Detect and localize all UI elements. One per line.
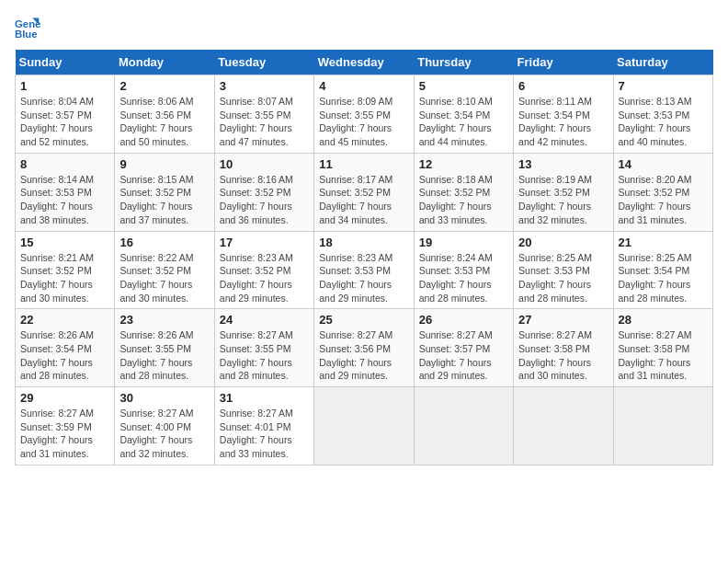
day-info: Sunrise: 8:21 AMSunset: 3:52 PMDaylight:…	[20, 251, 109, 305]
day-info: Sunrise: 8:26 AMSunset: 3:55 PMDaylight:…	[119, 328, 209, 383]
day-info: Sunrise: 8:25 AMSunset: 3:53 PMDaylight:…	[518, 251, 608, 305]
day-number: 24	[220, 313, 309, 327]
day-number: 2	[119, 79, 209, 93]
day-number: 25	[319, 313, 408, 327]
logo: General Blue	[15, 15, 44, 40]
day-info: Sunrise: 8:18 AMSunset: 3:52 PMDaylight:…	[419, 173, 508, 227]
day-info: Sunrise: 8:20 AMSunset: 3:52 PMDaylight:…	[619, 173, 708, 227]
day-info: Sunrise: 8:25 AMSunset: 3:54 PMDaylight:…	[619, 251, 708, 305]
day-number: 26	[419, 313, 508, 327]
day-number: 17	[220, 236, 309, 249]
day-number: 3	[220, 79, 309, 93]
day-info: Sunrise: 8:27 AMSunset: 3:58 PMDaylight:…	[518, 328, 608, 383]
calendar-table: SundayMondayTuesdayWednesdayThursdayFrid…	[15, 50, 713, 465]
day-info: Sunrise: 8:27 AMSunset: 3:57 PMDaylight:…	[419, 328, 508, 383]
day-info: Sunrise: 8:09 AMSunset: 3:55 PMDaylight:…	[319, 95, 408, 149]
calendar-cell: 3Sunrise: 8:07 AMSunset: 3:55 PMDaylight…	[214, 75, 313, 154]
col-header-thursday: Thursday	[414, 50, 513, 75]
svg-text:Blue: Blue	[15, 29, 38, 40]
col-header-tuesday: Tuesday	[214, 50, 313, 75]
day-info: Sunrise: 8:17 AMSunset: 3:52 PMDaylight:…	[319, 173, 408, 227]
day-info: Sunrise: 8:10 AMSunset: 3:54 PMDaylight:…	[419, 95, 508, 149]
calendar-cell	[514, 387, 613, 465]
calendar-cell: 15Sunrise: 8:21 AMSunset: 3:52 PMDayligh…	[16, 231, 115, 309]
calendar-cell: 27Sunrise: 8:27 AMSunset: 3:58 PMDayligh…	[514, 309, 613, 387]
day-number: 31	[220, 391, 309, 405]
day-info: Sunrise: 8:07 AMSunset: 3:55 PMDaylight:…	[220, 95, 309, 149]
col-header-sunday: Sunday	[16, 50, 115, 75]
day-number: 22	[20, 313, 109, 327]
calendar-cell: 24Sunrise: 8:27 AMSunset: 3:55 PMDayligh…	[214, 309, 313, 387]
day-number: 18	[319, 236, 408, 249]
day-info: Sunrise: 8:26 AMSunset: 3:54 PMDaylight:…	[20, 328, 109, 383]
calendar-cell: 17Sunrise: 8:23 AMSunset: 3:52 PMDayligh…	[214, 231, 313, 309]
calendar-cell: 13Sunrise: 8:19 AMSunset: 3:52 PMDayligh…	[514, 153, 613, 231]
page-header: General Blue	[15, 15, 713, 40]
day-number: 7	[619, 79, 708, 93]
day-info: Sunrise: 8:27 AMSunset: 3:56 PMDaylight:…	[319, 328, 408, 383]
calendar-cell: 12Sunrise: 8:18 AMSunset: 3:52 PMDayligh…	[414, 153, 513, 231]
day-info: Sunrise: 8:04 AMSunset: 3:57 PMDaylight:…	[20, 95, 109, 149]
calendar-cell: 21Sunrise: 8:25 AMSunset: 3:54 PMDayligh…	[613, 231, 712, 309]
day-number: 27	[518, 313, 608, 327]
week-row-1: 1Sunrise: 8:04 AMSunset: 3:57 PMDaylight…	[16, 75, 713, 154]
calendar-cell: 5Sunrise: 8:10 AMSunset: 3:54 PMDaylight…	[414, 75, 513, 154]
calendar-cell	[414, 387, 513, 465]
day-info: Sunrise: 8:06 AMSunset: 3:56 PMDaylight:…	[119, 95, 209, 149]
day-info: Sunrise: 8:27 AMSunset: 4:00 PMDaylight:…	[119, 407, 209, 461]
day-number: 21	[619, 236, 708, 249]
day-info: Sunrise: 8:23 AMSunset: 3:53 PMDaylight:…	[319, 251, 408, 305]
day-info: Sunrise: 8:13 AMSunset: 3:53 PMDaylight:…	[619, 95, 708, 149]
day-info: Sunrise: 8:27 AMSunset: 4:01 PMDaylight:…	[220, 407, 309, 461]
day-number: 11	[319, 157, 408, 171]
week-row-2: 8Sunrise: 8:14 AMSunset: 3:53 PMDaylight…	[16, 153, 713, 231]
day-number: 9	[119, 157, 209, 171]
calendar-cell: 20Sunrise: 8:25 AMSunset: 3:53 PMDayligh…	[514, 231, 613, 309]
week-row-5: 29Sunrise: 8:27 AMSunset: 3:59 PMDayligh…	[16, 387, 713, 465]
day-number: 12	[419, 157, 508, 171]
week-row-4: 22Sunrise: 8:26 AMSunset: 3:54 PMDayligh…	[16, 309, 713, 387]
day-number: 23	[119, 313, 209, 327]
calendar-cell: 4Sunrise: 8:09 AMSunset: 3:55 PMDaylight…	[314, 75, 414, 154]
day-number: 6	[518, 79, 608, 93]
day-info: Sunrise: 8:24 AMSunset: 3:53 PMDaylight:…	[419, 251, 508, 305]
calendar-cell: 28Sunrise: 8:27 AMSunset: 3:58 PMDayligh…	[613, 309, 712, 387]
day-info: Sunrise: 8:15 AMSunset: 3:52 PMDaylight:…	[119, 173, 209, 227]
day-number: 4	[319, 79, 408, 93]
calendar-cell: 14Sunrise: 8:20 AMSunset: 3:52 PMDayligh…	[613, 153, 712, 231]
calendar-cell: 9Sunrise: 8:15 AMSunset: 3:52 PMDaylight…	[115, 153, 214, 231]
calendar-cell: 25Sunrise: 8:27 AMSunset: 3:56 PMDayligh…	[314, 309, 414, 387]
calendar-cell	[314, 387, 414, 465]
day-number: 13	[518, 157, 608, 171]
calendar-cell: 1Sunrise: 8:04 AMSunset: 3:57 PMDaylight…	[16, 75, 115, 154]
day-number: 30	[119, 391, 209, 405]
day-info: Sunrise: 8:27 AMSunset: 3:58 PMDaylight:…	[619, 328, 708, 383]
calendar-cell: 19Sunrise: 8:24 AMSunset: 3:53 PMDayligh…	[414, 231, 513, 309]
calendar-cell	[613, 387, 712, 465]
day-number: 20	[518, 236, 608, 249]
calendar-cell: 8Sunrise: 8:14 AMSunset: 3:53 PMDaylight…	[16, 153, 115, 231]
col-header-saturday: Saturday	[613, 50, 712, 75]
day-info: Sunrise: 8:14 AMSunset: 3:53 PMDaylight:…	[20, 173, 109, 227]
logo-icon: General Blue	[15, 15, 40, 40]
day-number: 16	[119, 236, 209, 249]
calendar-cell: 6Sunrise: 8:11 AMSunset: 3:54 PMDaylight…	[514, 75, 613, 154]
day-number: 28	[619, 313, 708, 327]
calendar-cell: 18Sunrise: 8:23 AMSunset: 3:53 PMDayligh…	[314, 231, 414, 309]
col-header-monday: Monday	[115, 50, 214, 75]
calendar-cell: 16Sunrise: 8:22 AMSunset: 3:52 PMDayligh…	[115, 231, 214, 309]
day-number: 1	[20, 79, 109, 93]
day-number: 10	[220, 157, 309, 171]
calendar-cell: 2Sunrise: 8:06 AMSunset: 3:56 PMDaylight…	[115, 75, 214, 154]
calendar-cell: 23Sunrise: 8:26 AMSunset: 3:55 PMDayligh…	[115, 309, 214, 387]
calendar-cell: 7Sunrise: 8:13 AMSunset: 3:53 PMDaylight…	[613, 75, 712, 154]
week-row-3: 15Sunrise: 8:21 AMSunset: 3:52 PMDayligh…	[16, 231, 713, 309]
day-info: Sunrise: 8:22 AMSunset: 3:52 PMDaylight:…	[119, 251, 209, 305]
day-number: 5	[419, 79, 508, 93]
calendar-cell: 11Sunrise: 8:17 AMSunset: 3:52 PMDayligh…	[314, 153, 414, 231]
day-info: Sunrise: 8:19 AMSunset: 3:52 PMDaylight:…	[518, 173, 608, 227]
day-number: 29	[20, 391, 109, 405]
calendar-cell: 29Sunrise: 8:27 AMSunset: 3:59 PMDayligh…	[16, 387, 115, 465]
calendar-cell: 31Sunrise: 8:27 AMSunset: 4:01 PMDayligh…	[214, 387, 313, 465]
day-number: 19	[419, 236, 508, 249]
